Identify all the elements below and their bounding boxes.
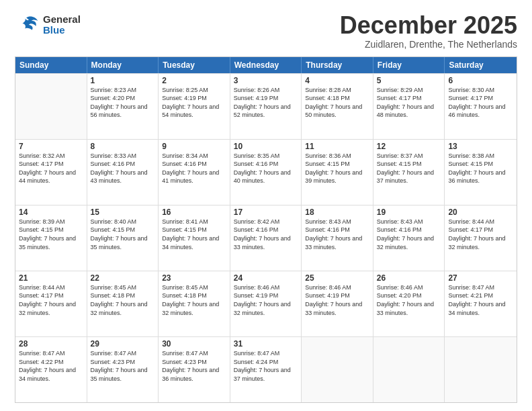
week-row-4: 21Sunrise: 8:44 AM Sunset: 4:17 PM Dayli… — [15, 271, 517, 336]
day-info: Sunrise: 8:35 AM Sunset: 4:16 PM Dayligh… — [234, 152, 298, 185]
cal-cell-w5-d4 — [302, 337, 373, 402]
day-info: Sunrise: 8:47 AM Sunset: 4:21 PM Dayligh… — [448, 283, 513, 317]
cal-cell-w2-d4: 11Sunrise: 8:36 AM Sunset: 4:15 PM Dayli… — [302, 140, 373, 205]
cal-cell-w4-d0: 21Sunrise: 8:44 AM Sunset: 4:17 PM Dayli… — [15, 271, 87, 336]
logo-label: General Blue — [43, 14, 81, 36]
cal-cell-w5-d2: 30Sunrise: 8:47 AM Sunset: 4:23 PM Dayli… — [159, 337, 230, 402]
day-info: Sunrise: 8:47 AM Sunset: 4:23 PM Dayligh… — [91, 349, 155, 383]
cal-cell-w1-d3: 3Sunrise: 8:26 AM Sunset: 4:19 PM Daylig… — [230, 74, 302, 139]
cal-cell-w4-d1: 22Sunrise: 8:45 AM Sunset: 4:18 PM Dayli… — [87, 271, 159, 336]
cal-cell-w1-d1: 1Sunrise: 8:23 AM Sunset: 4:20 PM Daylig… — [87, 74, 159, 139]
day-info: Sunrise: 8:46 AM Sunset: 4:19 PM Dayligh… — [234, 283, 298, 317]
cal-cell-w1-d2: 2Sunrise: 8:25 AM Sunset: 4:19 PM Daylig… — [159, 74, 230, 139]
day-number: 19 — [377, 208, 441, 217]
cal-cell-w4-d6: 27Sunrise: 8:47 AM Sunset: 4:21 PM Dayli… — [445, 271, 517, 336]
day-number: 14 — [19, 208, 83, 217]
cal-cell-w2-d2: 9Sunrise: 8:34 AM Sunset: 4:16 PM Daylig… — [159, 140, 230, 205]
day-number: 9 — [162, 142, 226, 151]
cal-cell-w2-d5: 12Sunrise: 8:37 AM Sunset: 4:15 PM Dayli… — [373, 140, 445, 205]
cal-cell-w1-d6: 6Sunrise: 8:30 AM Sunset: 4:17 PM Daylig… — [445, 74, 517, 139]
calendar: Sunday Monday Tuesday Wednesday Thursday… — [15, 56, 517, 403]
day-number: 4 — [305, 76, 369, 85]
day-info: Sunrise: 8:46 AM Sunset: 4:20 PM Dayligh… — [377, 283, 441, 317]
cal-cell-w5-d0: 28Sunrise: 8:47 AM Sunset: 4:22 PM Dayli… — [15, 337, 87, 402]
day-number: 22 — [91, 273, 155, 283]
cal-cell-w4-d4: 25Sunrise: 8:46 AM Sunset: 4:19 PM Dayli… — [302, 271, 373, 336]
day-info: Sunrise: 8:32 AM Sunset: 4:17 PM Dayligh… — [19, 152, 83, 185]
day-number: 6 — [448, 76, 513, 85]
cal-cell-w3-d0: 14Sunrise: 8:39 AM Sunset: 4:15 PM Dayli… — [15, 205, 87, 271]
cal-cell-w2-d1: 8Sunrise: 8:33 AM Sunset: 4:16 PM Daylig… — [87, 140, 159, 205]
header-wednesday: Wednesday — [230, 57, 302, 73]
cal-cell-w3-d5: 19Sunrise: 8:43 AM Sunset: 4:16 PM Dayli… — [373, 205, 445, 271]
day-info: Sunrise: 8:33 AM Sunset: 4:16 PM Dayligh… — [91, 152, 155, 185]
cal-cell-w3-d1: 15Sunrise: 8:40 AM Sunset: 4:15 PM Dayli… — [87, 205, 159, 271]
header: General Blue December 2025 Zuidlaren, Dr… — [15, 12, 517, 50]
day-info: Sunrise: 8:39 AM Sunset: 4:15 PM Dayligh… — [19, 218, 83, 251]
header-thursday: Thursday — [302, 57, 373, 73]
logo-blue-text: Blue — [43, 25, 81, 36]
header-tuesday: Tuesday — [159, 57, 230, 73]
day-number: 8 — [91, 142, 155, 151]
day-info: Sunrise: 8:47 AM Sunset: 4:23 PM Dayligh… — [162, 349, 226, 383]
day-info: Sunrise: 8:36 AM Sunset: 4:15 PM Dayligh… — [305, 152, 369, 185]
day-info: Sunrise: 8:38 AM Sunset: 4:15 PM Dayligh… — [448, 152, 513, 185]
day-info: Sunrise: 8:42 AM Sunset: 4:16 PM Dayligh… — [234, 218, 298, 251]
cal-cell-w4-d2: 23Sunrise: 8:45 AM Sunset: 4:18 PM Dayli… — [159, 271, 230, 336]
day-number: 10 — [234, 142, 298, 151]
day-number: 1 — [91, 76, 155, 85]
month-title: December 2025 — [340, 12, 517, 39]
day-number: 2 — [162, 76, 226, 85]
cal-cell-w3-d6: 20Sunrise: 8:44 AM Sunset: 4:17 PM Dayli… — [445, 205, 517, 271]
logo-icon — [15, 12, 40, 38]
day-number: 28 — [19, 339, 83, 349]
cal-cell-w5-d5 — [373, 337, 445, 402]
day-info: Sunrise: 8:47 AM Sunset: 4:22 PM Dayligh… — [19, 349, 83, 383]
day-number: 20 — [448, 208, 513, 217]
cal-cell-w3-d3: 17Sunrise: 8:42 AM Sunset: 4:16 PM Dayli… — [230, 205, 302, 271]
page: General Blue December 2025 Zuidlaren, Dr… — [0, 0, 532, 411]
header-saturday: Saturday — [445, 57, 517, 73]
day-number: 5 — [377, 76, 441, 85]
day-info: Sunrise: 8:28 AM Sunset: 4:18 PM Dayligh… — [305, 86, 369, 120]
cal-cell-w1-d0 — [15, 74, 87, 139]
day-number: 21 — [19, 273, 83, 283]
header-friday: Friday — [373, 57, 445, 73]
cal-cell-w4-d5: 26Sunrise: 8:46 AM Sunset: 4:20 PM Dayli… — [373, 271, 445, 336]
day-info: Sunrise: 8:43 AM Sunset: 4:16 PM Dayligh… — [305, 218, 369, 251]
calendar-header: Sunday Monday Tuesday Wednesday Thursday… — [15, 57, 517, 73]
day-info: Sunrise: 8:29 AM Sunset: 4:17 PM Dayligh… — [377, 86, 441, 120]
header-monday: Monday — [87, 57, 159, 73]
title-block: December 2025 Zuidlaren, Drenthe, The Ne… — [340, 12, 517, 50]
day-number: 24 — [234, 273, 298, 283]
day-number: 30 — [162, 339, 226, 349]
logo: General Blue — [15, 12, 81, 38]
day-info: Sunrise: 8:30 AM Sunset: 4:17 PM Dayligh… — [448, 86, 513, 120]
day-info: Sunrise: 8:45 AM Sunset: 4:18 PM Dayligh… — [162, 283, 226, 317]
day-number: 12 — [377, 142, 441, 151]
day-info: Sunrise: 8:41 AM Sunset: 4:15 PM Dayligh… — [162, 218, 226, 251]
day-number: 3 — [234, 76, 298, 85]
cal-cell-w5-d6 — [445, 337, 517, 402]
cal-cell-w3-d2: 16Sunrise: 8:41 AM Sunset: 4:15 PM Dayli… — [159, 205, 230, 271]
calendar-body: 1Sunrise: 8:23 AM Sunset: 4:20 PM Daylig… — [15, 73, 517, 402]
day-number: 18 — [305, 208, 369, 217]
day-info: Sunrise: 8:47 AM Sunset: 4:24 PM Dayligh… — [234, 349, 298, 383]
week-row-5: 28Sunrise: 8:47 AM Sunset: 4:22 PM Dayli… — [15, 336, 517, 402]
day-info: Sunrise: 8:37 AM Sunset: 4:15 PM Dayligh… — [377, 152, 441, 185]
day-number: 26 — [377, 273, 441, 283]
day-number: 23 — [162, 273, 226, 283]
cal-cell-w5-d3: 31Sunrise: 8:47 AM Sunset: 4:24 PM Dayli… — [230, 337, 302, 402]
week-row-3: 14Sunrise: 8:39 AM Sunset: 4:15 PM Dayli… — [15, 205, 517, 271]
day-number: 16 — [162, 208, 226, 217]
day-info: Sunrise: 8:26 AM Sunset: 4:19 PM Dayligh… — [234, 86, 298, 120]
day-number: 11 — [305, 142, 369, 151]
cal-cell-w1-d4: 4Sunrise: 8:28 AM Sunset: 4:18 PM Daylig… — [302, 74, 373, 139]
day-number: 31 — [234, 339, 298, 349]
day-info: Sunrise: 8:46 AM Sunset: 4:19 PM Dayligh… — [305, 283, 369, 317]
logo-general-text: General — [43, 14, 81, 26]
day-info: Sunrise: 8:25 AM Sunset: 4:19 PM Dayligh… — [162, 86, 226, 120]
week-row-1: 1Sunrise: 8:23 AM Sunset: 4:20 PM Daylig… — [15, 73, 517, 139]
day-number: 13 — [448, 142, 513, 151]
day-info: Sunrise: 8:23 AM Sunset: 4:20 PM Dayligh… — [91, 86, 155, 120]
